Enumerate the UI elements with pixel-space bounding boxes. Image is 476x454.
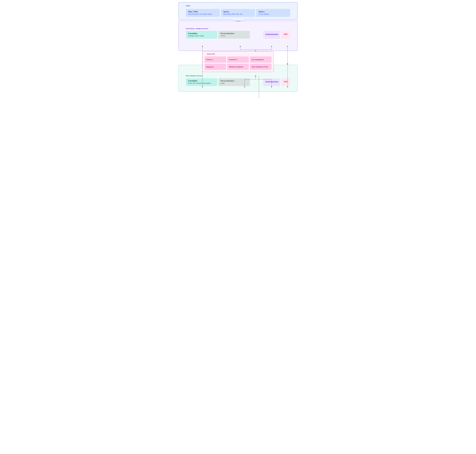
head-card-native: Native React Native, Flutter, Swift, Jav… <box>221 9 255 17</box>
head-card-others-title: Others <box>259 11 288 13</box>
front-crystallize-title: Crystallize <box>188 32 215 35</box>
front-facing-panel: Front Facing - Headless Services Crystal… <box>178 21 298 51</box>
other-personalization-sub: Engine <box>221 83 248 84</box>
service-api-panel: Service API Feature A Connecter Y Cart m… <box>202 51 274 72</box>
diagram-canvas: Heads Web / PWA React, Remix Run, Vue, N… <box>178 2 298 92</box>
front-personalization-title: Personalization <box>221 32 248 35</box>
service-api-grid: Feature A Connecter Y Cart management Ma… <box>205 56 271 70</box>
front-crystallize-card: Crystallize Catalogue, Search, Images <box>186 31 217 38</box>
front-psp-title: PSP <box>283 33 288 36</box>
other-personalization-title: Personalization <box>221 80 248 82</box>
other-crystallize-sub: Orders, PIM, Customers, Subscriptions <box>188 83 215 84</box>
head-card-web: Web / PWA React, Remix Run, Vue, NextJS,… <box>186 9 220 17</box>
head-card-native-sub: React Native, Flutter, Swift, Java <box>223 13 253 15</box>
heads-title: Heads <box>186 5 190 7</box>
front-authentication-card: Authentication <box>263 31 280 38</box>
other-psp-title: PSP <box>283 81 288 83</box>
head-card-web-title: Web / PWA <box>188 11 217 13</box>
other-headless-row: Crystallize Orders, PIM, Customers, Subs… <box>186 78 290 86</box>
front-facing-row: Crystallize Catalogue, Search, Images Pe… <box>186 31 290 38</box>
front-facing-title: Front Facing - Headless Services <box>186 28 208 30</box>
service-api-cell-cart-management: Cart management <box>250 56 271 63</box>
spacer <box>251 78 262 86</box>
service-api-title: Service API <box>207 53 215 55</box>
service-api-cell-feature-a: Feature A <box>205 56 226 63</box>
head-card-others-sub: TV, Ads, anything <box>259 13 288 15</box>
front-crystallize-sub: Catalogue, Search, Images <box>188 35 215 37</box>
front-psp-card: PSP <box>281 31 290 38</box>
head-card-others: Others TV, Ads, anything <box>256 9 290 17</box>
other-crystallize-card: Crystallize Orders, PIM, Customers, Subs… <box>186 78 217 86</box>
other-crystallize-title: Crystallize <box>188 80 215 82</box>
service-api-cell-mapping-b: Mapping B <box>205 64 226 70</box>
head-card-native-title: Native <box>223 11 253 13</box>
service-api-cell-order-validation-push: Order Validation & Push <box>250 64 271 70</box>
other-authentication-card: Authentication <box>263 78 280 86</box>
heads-row: Web / PWA React, Remix Run, Vue, NextJS,… <box>186 9 290 17</box>
consumes-label: Consumes <box>235 21 241 22</box>
service-api-cell-connecter-y: Connecter Y <box>227 56 249 63</box>
heads-panel: Heads Web / PWA React, Remix Run, Vue, N… <box>178 2 298 20</box>
front-authentication-title: Authentication <box>265 33 278 36</box>
other-personalization-card: Personalization Engine <box>218 78 250 86</box>
head-card-web-sub: React, Remix Run, Vue, NextJS, Gatsby <box>188 13 217 15</box>
other-headless-title: Other Headless Services <box>186 75 203 77</box>
spacer <box>251 31 262 38</box>
front-personalization-sub: Content <box>221 35 248 37</box>
other-psp-card: PSP <box>281 78 290 86</box>
other-authentication-title: Authentication <box>265 81 278 83</box>
service-api-cell-webhooks-endpoint: Webhook's Endpoint <box>227 64 249 70</box>
front-personalization-card: Personalization Content <box>218 31 250 38</box>
